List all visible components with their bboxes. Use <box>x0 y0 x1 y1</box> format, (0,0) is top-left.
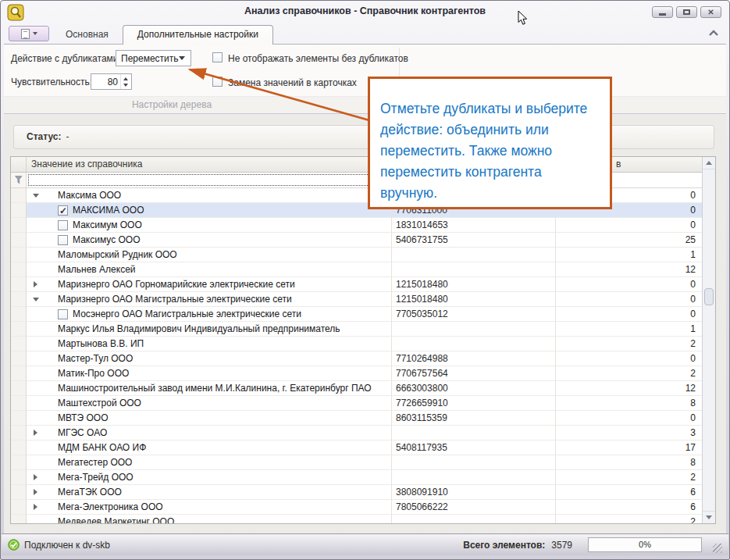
row-inn: 5406731755 <box>392 233 556 248</box>
expand-icon[interactable] <box>27 281 58 287</box>
table-row[interactable]: Максимус ООО540673175525 <box>11 233 702 248</box>
collapse-ribbon-icon[interactable] <box>707 28 721 39</box>
table-row[interactable]: Мальнев Алексей12 <box>11 262 702 277</box>
maximize-button[interactable] <box>676 6 697 18</box>
table-row[interactable]: МГЭС ОАО3 <box>11 426 702 441</box>
row-name: МВТЭ ООО <box>58 411 109 425</box>
row-inn: 6663003800 <box>392 381 556 396</box>
row-name: МДМ БАНК ОАО ИФ <box>58 441 146 455</box>
row-inn: 8603115359 <box>392 411 556 426</box>
row-count: 3 <box>556 426 702 441</box>
sensitivity-stepper[interactable]: 80 <box>91 73 132 90</box>
table-row[interactable]: Маркус Илья Владимирович Индивидуальный … <box>11 322 702 337</box>
expand-icon[interactable] <box>27 430 58 436</box>
close-button[interactable]: ✕ <box>700 6 721 18</box>
row-count: 0 <box>556 351 702 366</box>
view-menu-button[interactable] <box>9 26 49 41</box>
duplicates-action-dropdown[interactable]: Переместить <box>116 50 191 66</box>
row-indicator <box>11 188 27 203</box>
status-bar: Подключен к dv-skb Всего элементов: 3579… <box>2 533 728 555</box>
resize-grip[interactable] <box>713 544 722 553</box>
hide-no-duplicates-label: Не отображать элементы без дубликатов <box>228 53 408 64</box>
row-name: Маштехстрой ООО <box>58 396 141 410</box>
vertical-scrollbar[interactable] <box>702 157 715 523</box>
table-row[interactable]: Мега-Трейд ООО2 <box>11 470 702 485</box>
replace-values-checkbox[interactable] <box>212 77 223 87</box>
row-count: 0 <box>556 307 702 322</box>
scrollbar-thumb[interactable] <box>704 288 714 305</box>
minimize-button[interactable] <box>652 6 673 18</box>
table-row[interactable]: МДМ БАНК ОАО ИФ540811793517 <box>11 441 702 455</box>
table-row[interactable]: Мегатестер ООО8 <box>11 455 702 470</box>
collapse-triangle-icon <box>33 194 39 198</box>
row-count: 6 <box>556 500 702 515</box>
row-count: 1 <box>556 322 702 337</box>
row-count: 0 <box>556 277 702 292</box>
table-row[interactable]: Мега-Электроника ООО78050662226 <box>11 500 702 515</box>
row-name: Мегатестер ООО <box>58 455 132 469</box>
filter-name-cell <box>27 173 392 187</box>
table-row[interactable]: Маштехстрой ООО77266599108 <box>11 396 702 411</box>
header-name-column[interactable]: Значение из справочника <box>27 157 392 172</box>
total-elements-value: 3579 <box>551 540 572 551</box>
row-inn <box>392 470 556 485</box>
row-name-cell: Мартынова В.В. ИП <box>27 337 392 351</box>
table-row[interactable]: Маризнерго ОАО Горномарийские электричес… <box>11 277 702 292</box>
table-row[interactable]: МВТЭ ООО86031153590 <box>11 411 702 426</box>
spin-down-icon[interactable] <box>123 84 128 87</box>
row-indicator <box>11 485 27 500</box>
tab-extra-settings[interactable]: Дополнительные настройки <box>123 25 273 45</box>
row-checkbox[interactable] <box>58 205 68 216</box>
row-name-cell: Максимус ООО <box>27 233 392 248</box>
expand-icon[interactable] <box>27 298 58 301</box>
row-name: Машиностроительный завод имени М.И.Калин… <box>58 381 372 395</box>
row-name: МАКСИМА ООО <box>73 203 144 217</box>
row-name: Мальнев Алексей <box>58 262 136 276</box>
table-row[interactable]: Максимум ООО18310146530 <box>11 218 702 233</box>
expand-icon[interactable] <box>27 489 58 495</box>
row-inn: 1215018480 <box>392 292 556 307</box>
table-row[interactable]: Маломырский Рудник ООО1 <box>11 248 702 262</box>
table-row[interactable]: Машиностроительный завод имени М.И.Калин… <box>11 381 702 396</box>
row-indicator <box>11 351 27 366</box>
table-row[interactable]: Мартынова В.В. ИП2 <box>11 337 702 351</box>
table-row[interactable]: Медведев Маркетинг ООО2 <box>11 515 702 523</box>
scroll-up-icon[interactable] <box>703 157 715 169</box>
row-checkbox[interactable] <box>58 220 68 230</box>
scroll-down-icon[interactable] <box>703 511 715 523</box>
row-indicator <box>11 500 27 515</box>
expand-icon[interactable] <box>27 474 58 480</box>
table-row[interactable]: Матик-Про ООО77067575642 <box>11 366 702 381</box>
table-row[interactable]: Мастер-Тул ООО77102649880 <box>11 351 702 366</box>
spin-up-icon[interactable] <box>123 77 128 80</box>
row-name-cell: Маштехстрой ООО <box>27 396 392 411</box>
document-icon <box>21 29 30 39</box>
chevron-down-icon <box>179 56 185 60</box>
hide-no-duplicates-checkbox[interactable] <box>212 52 223 62</box>
row-indicator <box>11 292 27 307</box>
row-indicator <box>11 337 27 351</box>
sensitivity-label: Чувствительность: <box>11 77 92 87</box>
row-indicator <box>11 426 27 441</box>
row-inn <box>392 248 556 262</box>
row-name-cell: МегаТЭК ООО <box>27 485 392 500</box>
table-row[interactable]: Мосэнерго ОАО Магистральные электрически… <box>11 307 702 322</box>
expand-icon[interactable] <box>27 504 58 510</box>
filter-funnel-icon <box>15 176 23 184</box>
table-row[interactable]: Маризнерго ОАО Магистральные электрическ… <box>11 292 702 307</box>
header-indicator-cell <box>11 157 27 172</box>
row-inn: 7710264988 <box>392 351 556 366</box>
sensitivity-value: 80 <box>108 77 118 87</box>
filter-input[interactable] <box>28 174 390 186</box>
row-inn <box>392 337 556 351</box>
tab-main[interactable]: Основная <box>52 26 123 44</box>
row-checkbox[interactable] <box>58 309 68 319</box>
expand-icon[interactable] <box>27 194 58 198</box>
row-name: Мега-Электроника ООО <box>58 500 163 514</box>
row-indicator <box>11 515 27 523</box>
table-row[interactable]: МегаТЭК ООО38080919106 <box>11 485 702 500</box>
duplicates-action-label: Действие с дубликатами: <box>11 53 121 64</box>
row-checkbox[interactable] <box>58 235 68 245</box>
row-inn: 7805066222 <box>392 500 556 515</box>
row-count: 8 <box>556 396 702 411</box>
